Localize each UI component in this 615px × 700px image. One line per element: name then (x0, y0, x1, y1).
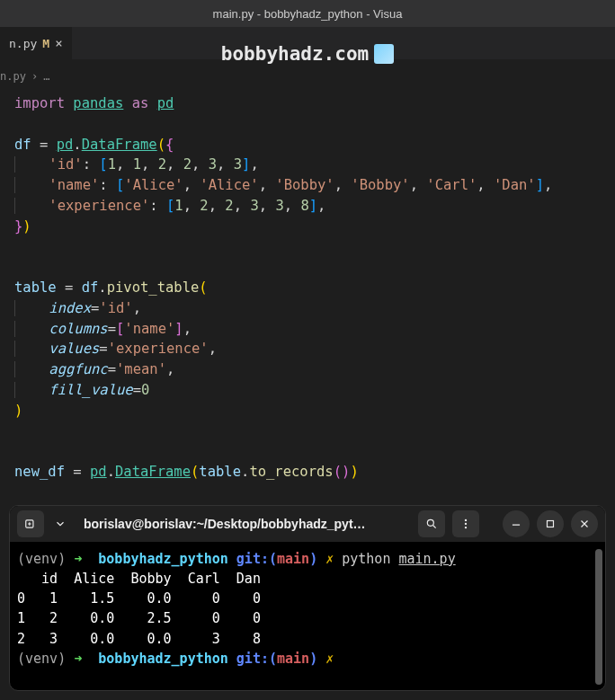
terminal-scrollbar[interactable] (595, 549, 602, 685)
svg-point-2 (465, 519, 467, 521)
chevron-down-icon (54, 518, 67, 530)
svg-point-4 (465, 527, 467, 528)
tab-bar: n.py M × (0, 27, 615, 59)
breadcrumb[interactable]: n.py › … (0, 66, 615, 86)
code-editor[interactable]: import pandas as pd df = pd.DataFrame({ … (0, 86, 615, 530)
svg-rect-5 (548, 520, 554, 527)
dropdown-button[interactable] (51, 510, 69, 537)
maximize-icon (544, 518, 557, 530)
editor-tab-main[interactable]: n.py M × (0, 27, 72, 59)
close-window-button[interactable] (571, 510, 598, 537)
breadcrumb-more: … (43, 70, 49, 83)
tab-filename: n.py (9, 37, 37, 50)
close-icon (578, 518, 591, 530)
terminal-panel: borislav@borislav:~/Desktop/bobbyhadz_py… (9, 505, 606, 691)
svg-point-3 (465, 523, 467, 525)
menu-button[interactable] (452, 510, 479, 537)
terminal-header: borislav@borislav:~/Desktop/bobbyhadz_py… (10, 506, 605, 542)
tab-modified-indicator: M (42, 37, 49, 50)
menu-dots-icon (459, 518, 472, 530)
minimize-button[interactable] (503, 510, 530, 537)
close-icon[interactable]: × (55, 36, 62, 50)
chevron-right-icon: › (31, 70, 38, 83)
maximize-button[interactable] (537, 510, 564, 537)
window-title: main.py - bobbyhadz_python - Visua (213, 7, 403, 21)
svg-point-1 (427, 519, 433, 526)
new-tab-button[interactable] (17, 510, 44, 537)
terminal-output[interactable]: (venv) ➜ bobbyhadz_python git:(main) ✗ p… (10, 542, 605, 690)
search-button[interactable] (418, 510, 445, 537)
window-titlebar: main.py - bobbyhadz_python - Visua (0, 0, 615, 27)
search-icon (425, 518, 438, 530)
breadcrumb-file: n.py (0, 70, 26, 83)
terminal-title: borislav@borislav:~/Desktop/bobbyhadz_py… (76, 517, 411, 531)
plus-tab-icon (24, 518, 37, 530)
minimize-icon (510, 518, 522, 530)
